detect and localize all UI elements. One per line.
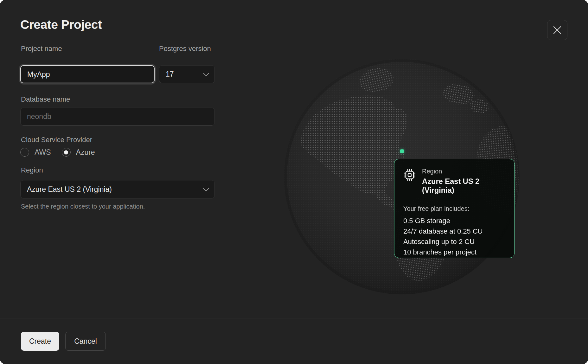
cancel-button[interactable]: Cancel xyxy=(65,332,106,351)
cloud-provider-label: Cloud Service Provider xyxy=(21,136,92,144)
postgres-version-select[interactable]: 17 xyxy=(159,65,215,83)
database-name-label: Database name xyxy=(21,95,70,104)
region-value: Azure East US 2 (Virginia) xyxy=(27,185,112,194)
region-helper-text: Select the region closest to your applic… xyxy=(21,203,145,210)
chevron-down-icon xyxy=(203,185,209,191)
close-icon xyxy=(553,26,561,34)
radio-azure-label[interactable]: Azure xyxy=(76,148,95,157)
create-button[interactable]: Create xyxy=(21,332,59,351)
chevron-down-icon xyxy=(203,70,209,76)
postgres-version-value: 17 xyxy=(166,70,174,78)
plan-feature-autoscaling: Autoscaling up to 2 CU xyxy=(403,236,505,247)
plan-feature-branches: 10 branches per project xyxy=(403,247,505,257)
database-name-input[interactable] xyxy=(20,108,215,126)
dialog-footer: Create Cancel xyxy=(0,318,588,364)
radio-option-azure[interactable]: Azure xyxy=(62,148,95,157)
project-name-input[interactable]: MyApp xyxy=(20,65,155,83)
region-select[interactable]: Azure East US 2 (Virginia) xyxy=(20,180,215,198)
tooltip-region-label: Region xyxy=(422,168,505,175)
create-project-dialog: Create Project Project name MyApp Postgr… xyxy=(0,0,588,364)
cpu-chip-icon xyxy=(403,169,416,183)
plan-feature-database: 24/7 database at 0.25 CU xyxy=(403,226,505,236)
region-tooltip-card: Region Azure East US 2 (Virginia) Your f… xyxy=(394,159,514,258)
create-project-modal-backdrop: Create Project Project name MyApp Postgr… xyxy=(0,0,588,364)
page-title: Create Project xyxy=(20,18,102,32)
cloud-provider-radio-group: AWS Azure xyxy=(20,148,95,157)
radio-aws-label[interactable]: AWS xyxy=(35,148,51,157)
postgres-version-label: Postgres version xyxy=(159,45,211,53)
project-name-label: Project name xyxy=(21,45,62,53)
close-button[interactable] xyxy=(547,20,567,40)
radio-option-aws[interactable]: AWS xyxy=(20,148,51,157)
radio-aws-icon[interactable] xyxy=(20,148,29,157)
plan-feature-storage: 0.5 GB storage xyxy=(403,216,505,226)
region-label: Region xyxy=(21,166,43,174)
region-marker-dot xyxy=(400,149,404,153)
tooltip-plan-intro: Your free plan includes: xyxy=(403,205,505,212)
radio-azure-icon[interactable] xyxy=(62,148,71,157)
plan-feature-list: 0.5 GB storage 24/7 database at 0.25 CU … xyxy=(403,216,505,257)
project-name-value: MyApp xyxy=(27,70,51,79)
tooltip-region-name: Azure East US 2 (Virginia) xyxy=(422,177,505,195)
radio-selected-dot xyxy=(64,150,68,154)
